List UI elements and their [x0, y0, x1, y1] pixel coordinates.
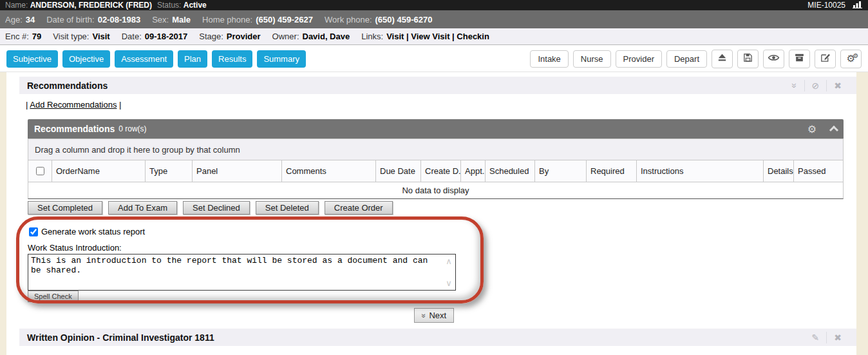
column-header[interactable]: Panel [193, 160, 282, 182]
tab-subjective[interactable]: Subjective [6, 50, 58, 68]
tab-objective[interactable]: Objective [62, 50, 110, 68]
spell-check-button[interactable]: Spell Check [28, 291, 79, 302]
close-icon[interactable]: ✖ [827, 81, 849, 91]
enc-value: 79 [32, 32, 41, 41]
system-id: MIE-10025 [807, 1, 845, 10]
column-header[interactable]: Appt... [461, 160, 486, 182]
preview-eye-icon [768, 53, 780, 64]
work-status-intro-label: Work Status Introduction: [28, 243, 122, 253]
column-header[interactable]: Create D... [421, 160, 461, 182]
set-deleted-button[interactable]: Set Deleted [256, 201, 319, 215]
scroll-up-icon[interactable]: ∧ [446, 256, 452, 266]
column-header[interactable]: Details [764, 160, 794, 182]
archive-button[interactable] [789, 50, 810, 68]
edit-note-button[interactable] [815, 50, 836, 68]
age-label: Age: [5, 15, 23, 24]
status-label: Status: [157, 1, 181, 10]
stage-value: Provider [227, 32, 261, 41]
settings-button[interactable]: ⚙⚙ [840, 50, 862, 68]
set-declined-button[interactable]: Set Declined [183, 201, 250, 215]
written-opinion-section-header: Written Opinion - Criminal Investigator … [19, 329, 856, 346]
double-chevron-down-icon[interactable]: » [785, 81, 804, 91]
create-order-button[interactable]: Create Order [325, 201, 393, 215]
column-header[interactable]: Type [146, 160, 193, 182]
visit-type-label: Visit type: [53, 32, 89, 41]
generate-work-status-checkbox[interactable] [29, 227, 38, 236]
group-by-dropzone[interactable]: Drag a column and drop it here to group … [28, 139, 844, 160]
add-to-exam-button[interactable]: Add To Exam [108, 201, 177, 215]
column-header[interactable]: Comments [282, 160, 376, 182]
provider-button[interactable]: Provider [616, 50, 662, 68]
close-icon[interactable]: ✖ [827, 332, 849, 343]
depart-button[interactable]: Depart [666, 50, 707, 68]
encounter-bar: Enc #:79 Visit type:Visit Date:09-18-201… [0, 28, 868, 45]
dob-label: Date of birth: [46, 15, 94, 24]
patient-name: ANDERSON, FREDERICK (FRED) [30, 1, 152, 10]
empty-grid-message: No data to display [28, 182, 844, 199]
eject-icon [717, 52, 728, 65]
set-completed-button[interactable]: Set Completed [28, 201, 102, 215]
tab-plan[interactable]: Plan [178, 50, 207, 68]
column-header[interactable]: Due Date [376, 160, 421, 182]
name-label: Name: [5, 1, 28, 10]
home-phone-label: Home phone: [202, 15, 252, 24]
bar-chart-icon[interactable] [852, 0, 863, 10]
edit-note-icon [820, 52, 831, 65]
tab-results[interactable]: Results [212, 50, 252, 68]
select-all-checkbox[interactable] [36, 167, 44, 175]
generate-report-row: Generate work status report [29, 227, 145, 236]
intake-button[interactable]: Intake [530, 50, 568, 68]
visit-type-value: Visit [92, 32, 109, 41]
column-header[interactable]: OrderName [52, 160, 146, 182]
column-header[interactable]: Passed [794, 160, 843, 182]
grid-action-buttons: Set Completed Add To Exam Set Declined S… [28, 201, 393, 215]
section-title: Written Opinion - Criminal Investigator … [27, 332, 214, 343]
eject-button[interactable] [712, 50, 733, 68]
column-header[interactable]: Scheduled [486, 160, 535, 182]
column-header[interactable]: By [535, 160, 587, 182]
pencil-icon[interactable]: ✎ [805, 332, 827, 343]
grid-title-bar: Recommendations 0 row(s) ⚙ [28, 119, 844, 139]
sex-label: Sex: [152, 15, 169, 24]
grid-title: Recommendations [34, 124, 115, 134]
next-button-label: Next [429, 311, 446, 320]
disable-icon[interactable]: ⊘ [805, 81, 827, 91]
column-header[interactable]: Instructions [637, 160, 764, 182]
enc-label: Enc #: [5, 32, 29, 41]
scroll-down-icon[interactable]: ∨ [446, 278, 452, 288]
chevron-up-icon[interactable] [829, 126, 838, 135]
chart-toolbar: Subjective Objective Assessment Plan Res… [0, 46, 868, 72]
group-hint: Drag a column and drop it here to group … [35, 145, 240, 155]
work-phone-label: Work phone: [325, 15, 372, 24]
nurse-button[interactable]: Nurse [573, 50, 611, 68]
date-label: Date: [122, 32, 142, 41]
gear-icon[interactable]: ⚙ [807, 123, 816, 135]
preview-button[interactable] [763, 50, 784, 68]
owner-value: David, Dave [303, 32, 350, 41]
section-title: Recommendations [27, 81, 108, 91]
work-phone-value: (650) 459-6270 [375, 15, 433, 24]
select-all-cell [28, 160, 52, 182]
patient-title-bar: Name: ANDERSON, FREDERICK (FRED) Status:… [0, 0, 868, 10]
tab-summary[interactable]: Summary [257, 50, 306, 68]
recommendations-section-header: Recommendations » ⊘ ✖ [19, 77, 856, 94]
tab-assessment[interactable]: Assessment [115, 50, 173, 68]
work-status-intro-field: This is an introduction to the report th… [28, 254, 456, 291]
save-icon [742, 52, 753, 65]
grid-header-row: OrderName Type Panel Comments Due Date C… [28, 160, 844, 182]
settings-gears-icon: ⚙⚙ [845, 53, 857, 64]
archive-icon [794, 52, 805, 65]
encounter-links[interactable]: Visit | View Visit | Checkin [386, 32, 489, 41]
dob-value: 02-08-1983 [98, 15, 141, 24]
save-button[interactable] [737, 50, 759, 68]
column-header[interactable]: Required [587, 160, 637, 182]
add-recommendations-link[interactable]: Add Recommendations [30, 100, 117, 110]
demographics-bar: Age:34 Date of birth:02-08-1983 Sex:Male… [0, 10, 868, 28]
grid-row-count: 0 row(s) [118, 124, 146, 133]
work-status-intro-textarea[interactable]: This is an introduction to the report th… [28, 254, 442, 290]
link-suffix: | [117, 100, 121, 110]
textarea-scrollbar[interactable]: ∧ ∨ [442, 254, 455, 290]
home-phone-value: (650) 459-2627 [256, 15, 313, 24]
next-button[interactable]: » Next [414, 308, 454, 323]
recommendations-grid: Recommendations 0 row(s) ⚙ Drag a column… [28, 119, 844, 199]
